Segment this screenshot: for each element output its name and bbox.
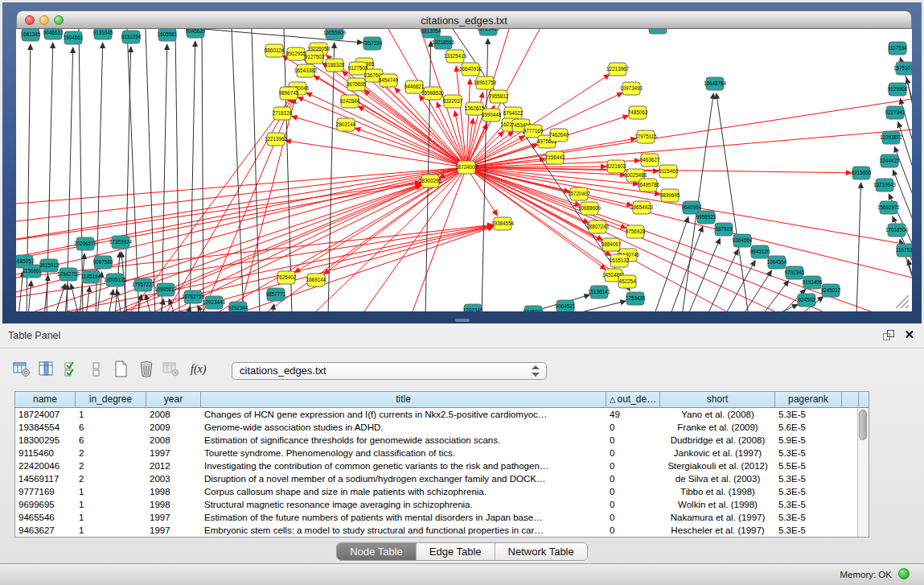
graph-node[interactable]: 7485063 [628,106,648,119]
graph-node[interactable]: 1615132 [610,254,630,267]
graph-node[interactable]: 9046613 [43,29,64,39]
graph-node[interactable]: 9857771 [266,288,286,301]
graph-node[interactable]: 9792345 [785,266,805,279]
graph-node[interactable]: 20206576 [74,237,97,250]
graph-node[interactable]: 1167533 [896,244,912,257]
graph-node[interactable]: 8813014 [648,29,668,34]
graph-node[interactable]: 8221603 [606,160,626,173]
table-row[interactable]: 1938455462009Genome-wide association stu… [15,421,869,434]
graph-node[interactable]: 1244415 [880,154,900,167]
graph-node[interactable]: 1661345 [21,29,41,41]
graph-node[interactable]: 8322037 [443,95,463,108]
network-window-titlebar[interactable]: citations_edges.txt [16,10,912,29]
graph-node[interactable]: 8990448 [482,109,502,122]
graph-node[interactable]: 2156442 [545,151,565,164]
table-row[interactable]: 969969511998Structural magnetic resonanc… [15,498,869,511]
graph-node[interactable]: 15136141 [588,286,611,299]
graph-node[interactable]: 9227343 [885,106,906,119]
graph-node[interactable]: 1753426 [626,292,646,305]
graph-node[interactable]: 16961758 [474,76,497,89]
graph-node[interactable]: 7857224 [363,37,383,50]
graph-node[interactable]: 17975115 [634,130,657,143]
graph-node[interactable]: 17359924 [109,236,133,249]
function-builder-button[interactable]: f(x) [191,363,206,376]
select-column-button[interactable] [36,359,57,380]
graph-node[interactable]: 16995817 [154,283,178,296]
table-scrollbar[interactable] [857,408,869,537]
graph-node[interactable]: 1292345 [463,304,483,311]
graph-node[interactable]: 1145194 [81,270,101,283]
dropdown-stepper-icon[interactable] [532,365,540,377]
graph-node[interactable]: 1669144 [306,274,326,286]
tab-edge-table[interactable]: Edge Table [417,543,495,560]
graph-node[interactable]: 12213967 [606,63,630,76]
graph-node[interactable]: 13505135 [104,274,127,286]
graph-node[interactable]: 3675685 [347,78,367,91]
graph-node[interactable]: 1605581 [158,29,178,41]
graph-node[interactable]: 15720407 [568,187,591,200]
graph-node[interactable]: 7462640 [549,129,569,142]
graph-node[interactable]: 1064554 [767,256,787,269]
graph-node[interactable]: 16543382 [294,64,318,77]
graph-node[interactable]: 9884067 [602,238,622,251]
table-row[interactable]: 977716911998Corpus callosum shape and si… [15,485,869,498]
graph-node[interactable]: 15588520 [421,87,445,100]
graph-node[interactable]: 9129966 [888,83,908,96]
table-row[interactable]: 1872400712008Changes of HCN gene express… [15,408,869,421]
graph-node[interactable]: 15751074 [893,62,912,75]
graph-node[interactable]: 12923448 [203,296,226,309]
graph-node[interactable]: 15723413 [477,29,500,35]
network-table-select[interactable]: citations_edges.txt [232,362,547,380]
graph-node[interactable]: 9756928 [626,225,646,238]
column-header-filler[interactable] [842,392,859,407]
tab-network-table[interactable]: Network Table [495,543,587,560]
new-table-button[interactable] [111,359,132,380]
graph-node[interactable]: 19654923 [630,201,654,214]
graph-node[interactable]: 10688609 [578,202,602,215]
graph-node[interactable]: 19384554 [491,217,515,230]
column-header-in_degree[interactable]: in_degree [76,392,146,407]
graph-node[interactable]: 18807243 [586,220,610,233]
graph-node[interactable]: 16210643 [873,179,897,192]
splitter-handle[interactable] [455,319,470,322]
graph-node[interactable]: 18724007 [455,161,478,174]
table-row[interactable]: 946362711997Embryonic stem cells: a mode… [15,524,869,537]
table-options-button[interactable] [11,359,32,380]
table-row[interactable]: 1456911722003Disruption of a novel membe… [15,472,869,485]
graph-node[interactable]: 12942757 [57,268,80,281]
graph-node[interactable]: 2803144 [336,118,356,131]
graph-node[interactable]: 8131054 [121,31,142,43]
select-all-button[interactable] [61,359,82,380]
graph-node[interactable]: 7625402 [277,271,297,284]
column-header-year[interactable]: year [146,392,201,407]
graph-node[interactable]: 17957223 [132,278,155,291]
table-row[interactable]: 911546021997Tourette syndrome. Phenomeno… [15,447,869,459]
float-panel-icon[interactable] [882,329,895,341]
graph-node[interactable]: 2718126 [273,107,293,120]
close-panel-icon[interactable]: ✕ [904,328,914,342]
graph-node[interactable]: 7955812 [489,90,509,103]
column-header-name[interactable]: name [15,392,76,407]
column-header-out_de…[interactable]: △out_de… [606,392,660,407]
graph-node[interactable]: 8454749 [379,74,399,87]
graph-node[interactable]: 9292344 [228,302,248,311]
table-row[interactable]: 946554611997Estimation of the future num… [15,511,869,524]
graph-node[interactable]: 9245012 [821,284,841,297]
table-row[interactable]: 2242004622012Investigating the contribut… [15,459,869,472]
graph-node[interactable]: 9046620 [186,29,206,38]
graph-node[interactable]: 12093872 [880,131,903,144]
graph-node[interactable]: 17016504 [885,224,909,237]
graph-node[interactable]: 9097588 [93,256,113,269]
graph-node[interactable]: 9064521 [556,300,576,311]
graph-node[interactable]: 9115460 [659,165,679,178]
graph-node[interactable]: 9131045 [93,29,113,39]
graph-node[interactable]: 8186328 [325,59,345,72]
graph-node[interactable]: 16640910 [459,63,483,76]
column-header-pagerank[interactable]: pagerank [775,392,842,407]
graph-node[interactable]: 3915913 [39,259,60,272]
resize-grip-icon[interactable] [894,294,910,310]
network-canvas[interactable]: 1872400716613459046613190466191310458131… [16,29,912,311]
graph-node[interactable]: 8860124 [265,44,285,57]
graph-node[interactable]: 9364554 [733,234,753,247]
graph-node[interactable]: 15692971 [877,201,901,214]
